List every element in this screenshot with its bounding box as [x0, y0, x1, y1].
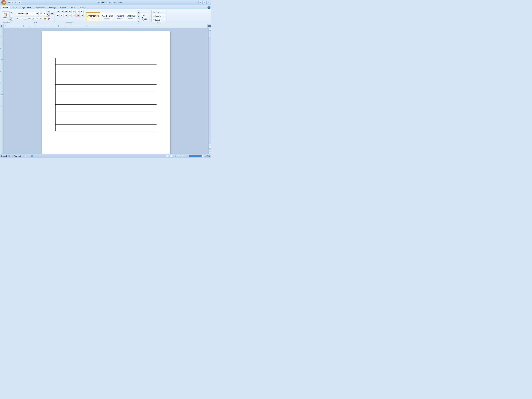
underline-button[interactable]: U ▾: [23, 17, 27, 20]
font-size-select[interactable]: 11: [39, 12, 46, 15]
zoom-level[interactable]: 100%: [205, 155, 210, 157]
outline-view-button[interactable]: ≡: [178, 155, 181, 158]
ruler-corner[interactable]: L: [0, 24, 4, 28]
draft-view-button[interactable]: ≡: [182, 155, 185, 158]
ruler-side-button[interactable]: [208, 24, 211, 28]
scroll-down-button[interactable]: ▼: [209, 143, 211, 146]
paragraph-expand-icon[interactable]: ⊡: [73, 21, 74, 23]
document-page[interactable]: [42, 31, 170, 154]
shading-button[interactable]: ▨▾: [76, 14, 80, 17]
replace-button[interactable]: ⇄ Replace: [152, 14, 166, 18]
next-page-button[interactable]: ▼: [209, 151, 211, 154]
zoom-slider[interactable]: [189, 155, 202, 157]
tab-review[interactable]: Review: [58, 6, 68, 9]
select-browse-object-button[interactable]: ●: [209, 146, 211, 149]
zoom-plus-button[interactable]: +: [203, 155, 204, 157]
borders-button[interactable]: ⊞▾: [80, 14, 84, 17]
multilevel-list-button[interactable]: ⊞▾: [64, 10, 68, 13]
tab-references[interactable]: References: [33, 6, 47, 9]
strikethrough-button[interactable]: abc: [27, 17, 31, 20]
change-case-button[interactable]: Aa: [50, 12, 54, 15]
minimize-button[interactable]: ─: [198, 1, 202, 4]
table-cell[interactable]: [56, 58, 157, 65]
decrease-font-button[interactable]: A↓: [46, 13, 50, 17]
align-right-button[interactable]: =▶: [64, 14, 68, 17]
restore-button[interactable]: □: [203, 1, 206, 4]
sort-button[interactable]: ↕A: [76, 10, 80, 13]
decrease-indent-button[interactable]: ◀≡: [68, 10, 72, 13]
previous-page-button[interactable]: ▲: [209, 149, 211, 151]
proofing-indicator[interactable]: ✓: [25, 155, 27, 157]
superscript-button[interactable]: X²: [35, 17, 39, 20]
numbering-button[interactable]: 1≡▾: [60, 10, 64, 13]
scroll-thumb[interactable]: [209, 31, 211, 38]
office-button[interactable]: W: [1, 0, 6, 5]
highlight-color-button[interactable]: ab▾: [43, 17, 47, 20]
line-spacing-button[interactable]: ↕▾: [72, 14, 76, 17]
print-layout-button[interactable]: 📄: [166, 155, 169, 158]
styles-scroll-down[interactable]: ▼: [137, 15, 139, 19]
web-layout-button[interactable]: 🌐: [174, 155, 177, 158]
zoom-minus-button[interactable]: −: [187, 155, 188, 157]
font-row1: Calibri (Body) 11 A↑ A↓ Aa: [15, 10, 54, 17]
redo-button[interactable]: ↪: [14, 1, 17, 4]
svg-text:3: 3: [35, 25, 36, 26]
show-paragraph-button[interactable]: ¶: [80, 10, 84, 13]
style-heading1[interactable]: AaBbC Heading 1: [115, 12, 126, 21]
style-no-spacing[interactable]: AaBbCcDc ¶ No Spaci...: [101, 12, 114, 21]
close-button[interactable]: ✕: [207, 1, 210, 4]
scroll-up-button[interactable]: ▲: [209, 28, 211, 31]
clear-format-button[interactable]: A ✕: [39, 17, 43, 20]
document-table[interactable]: [55, 58, 157, 131]
help-button[interactable]: ?: [208, 6, 210, 9]
undo-button[interactable]: ↩: [11, 1, 14, 4]
full-screen-reading-button[interactable]: 📑: [170, 155, 173, 158]
qa-dropdown-button[interactable]: ▾: [18, 1, 21, 4]
tab-view[interactable]: View: [68, 6, 77, 9]
paste-button[interactable]: 📋 Paste: [2, 12, 9, 20]
table-cell[interactable]: [56, 78, 157, 85]
style-heading2[interactable]: AaBbCc Heading 2: [126, 12, 137, 21]
font-family-select[interactable]: Calibri (Body): [15, 12, 38, 15]
table-cell[interactable]: [56, 111, 157, 118]
table-cell[interactable]: [56, 118, 157, 125]
clipboard-expand-icon[interactable]: ⊡: [10, 21, 11, 23]
table-cell[interactable]: [56, 91, 157, 98]
tab-mailings[interactable]: Mailings: [47, 6, 58, 9]
find-button[interactable]: 🔍 Find ▾: [152, 10, 166, 14]
table-cell[interactable]: [56, 85, 157, 91]
align-center-button[interactable]: =: [60, 14, 64, 17]
tab-developer[interactable]: Developer: [77, 6, 89, 9]
align-left-button[interactable]: ◀=: [56, 14, 60, 17]
editing-content: 🔍 Find ▾ ⇄ Replace ↗ Select ▾: [152, 10, 166, 22]
bold-button[interactable]: B: [15, 17, 19, 20]
font-color-button[interactable]: A▾: [47, 17, 51, 20]
table-cell[interactable]: [56, 125, 157, 131]
subscript-button[interactable]: X₂: [31, 17, 35, 20]
table-cell[interactable]: [56, 98, 157, 105]
tab-page-layout[interactable]: Page Layout: [19, 6, 33, 9]
font-expand-icon[interactable]: ⊡: [35, 21, 37, 23]
increase-indent-button[interactable]: ▶≡: [72, 10, 76, 13]
table-cell[interactable]: [56, 71, 157, 78]
tab-home[interactable]: Home: [1, 6, 10, 9]
table-cell[interactable]: [56, 65, 157, 71]
select-button[interactable]: ↗ Select ▾: [152, 18, 166, 22]
justify-button[interactable]: ≡≡: [68, 14, 72, 17]
style-normal[interactable]: AaBbCcDc ¶ Normal: [86, 12, 100, 21]
italic-button[interactable]: I: [19, 17, 23, 20]
bullets-button[interactable]: ≡▾: [56, 10, 60, 13]
window-title: Document1 - Microsoft Word: [21, 1, 198, 4]
table-cell[interactable]: [56, 105, 157, 111]
tab-insert[interactable]: Insert: [10, 6, 19, 9]
save-button[interactable]: 💾: [7, 1, 10, 4]
font-label: Font ⊡: [32, 21, 37, 23]
change-styles-button[interactable]: A ChangeStyles ▾: [140, 12, 149, 21]
increase-font-button[interactable]: A↑: [46, 10, 50, 13]
scroll-track[interactable]: [209, 31, 211, 143]
styles-scroll-up[interactable]: ▲: [137, 10, 139, 14]
copy-button[interactable]: 📄: [9, 14, 13, 17]
cut-button[interactable]: ✂: [9, 11, 13, 14]
format-painter-button[interactable]: 🖌: [9, 18, 13, 21]
styles-more[interactable]: ▾: [137, 19, 139, 23]
